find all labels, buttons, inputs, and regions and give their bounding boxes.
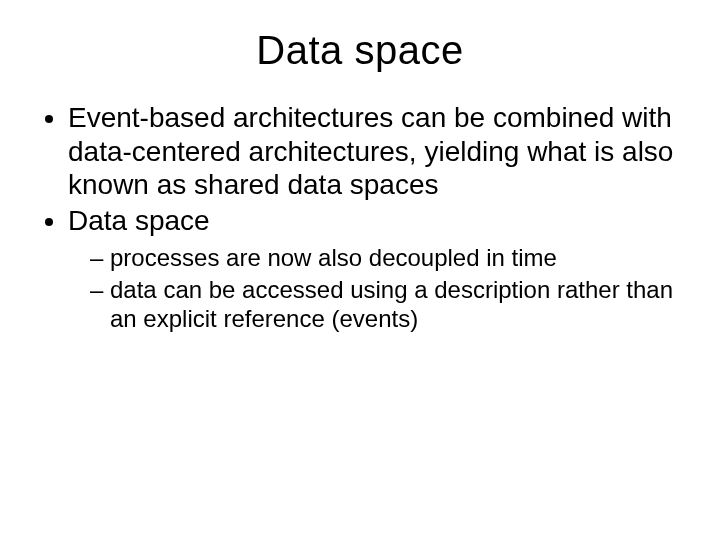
list-item: processes are now also decoupled in time — [90, 243, 680, 272]
list-item: data can be accessed using a description… — [90, 275, 680, 334]
list-item: Event-based architectures can be combine… — [68, 101, 680, 202]
sub-bullet-text: processes are now also decoupled in time — [110, 244, 557, 271]
bullet-list: Event-based architectures can be combine… — [40, 101, 680, 333]
slide-title: Data space — [40, 28, 680, 73]
bullet-text: Event-based architectures can be combine… — [68, 102, 673, 200]
slide: Data space Event-based architectures can… — [0, 0, 720, 540]
bullet-text: Data space — [68, 205, 210, 236]
list-item: Data space processes are now also decoup… — [68, 204, 680, 333]
sub-bullet-list: processes are now also decoupled in time… — [68, 243, 680, 333]
sub-bullet-text: data can be accessed using a description… — [110, 276, 673, 332]
